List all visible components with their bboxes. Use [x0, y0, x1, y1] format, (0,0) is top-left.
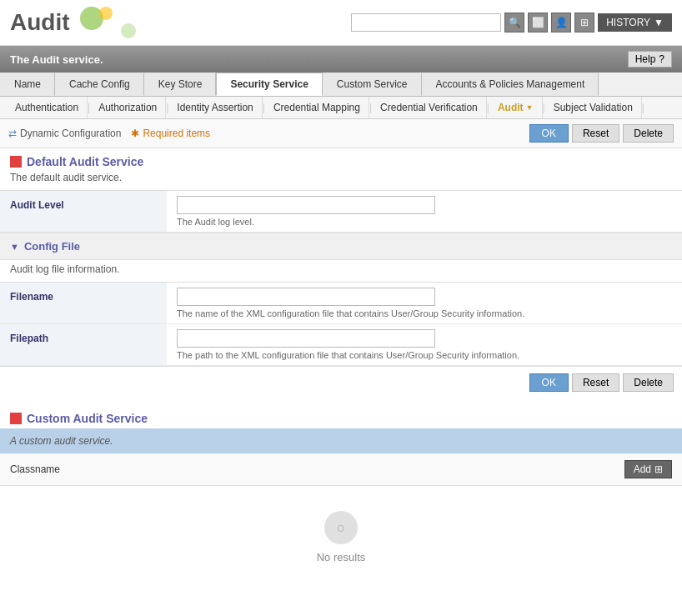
- toolbar-buttons: OK Reset Delete: [529, 124, 674, 143]
- help-button[interactable]: Help ?: [628, 51, 672, 68]
- service-bar: The Audit service. Help ?: [0, 46, 682, 73]
- dynamic-config-toggle[interactable]: ⇄ Dynamic Configuration: [8, 128, 121, 139]
- main-tabs: Name Cache Config Key Store Security Ser…: [0, 73, 682, 97]
- subtab-authentication[interactable]: Authentication: [7, 97, 88, 118]
- tab-custom-service[interactable]: Custom Service: [323, 73, 422, 96]
- history-button[interactable]: HISTORY ▼: [598, 13, 672, 32]
- subtab-subject-validation[interactable]: Subject Validation: [545, 97, 642, 118]
- subtab-audit[interactable]: Audit ▼: [489, 97, 543, 118]
- bottom-action-toolbar: OK Reset Delete: [0, 366, 682, 398]
- ok-button[interactable]: OK: [529, 124, 569, 143]
- filepath-desc: The path to the XML configuration file t…: [177, 350, 672, 360]
- section-icon: [10, 156, 22, 168]
- sub-tabs: Authentication | Authorization | Identit…: [0, 97, 682, 119]
- classname-row: Classname Add ⊞: [0, 453, 682, 486]
- tab-key-store[interactable]: Key Store: [144, 73, 217, 96]
- decorative-circle-2: [99, 7, 113, 20]
- tab-accounts-policies[interactable]: Accounts & Policies Management: [422, 73, 599, 96]
- add-icon: ⊞: [654, 463, 663, 475]
- page-header: Audit 🔍 ⬜ 👤 ⊞ HISTORY ▼: [0, 0, 682, 46]
- bottom-reset-button[interactable]: Reset: [572, 373, 619, 392]
- filename-row: Filename The name of the XML configurati…: [0, 283, 682, 324]
- collapse-icon: ▼: [10, 242, 19, 252]
- tab-name[interactable]: Name: [0, 73, 55, 96]
- action-toolbar: ⇄ Dynamic Configuration ✱ Required items…: [0, 119, 682, 148]
- custom-section-icon: [10, 413, 22, 424]
- search-button[interactable]: 🔍: [504, 13, 524, 33]
- default-audit-description: The default audit service.: [0, 172, 682, 190]
- filename-input[interactable]: [177, 288, 435, 306]
- subtab-identity-assertion[interactable]: Identity Assertion: [168, 97, 262, 118]
- arrows-icon: ⇄: [8, 128, 17, 139]
- bottom-ok-button[interactable]: OK: [529, 373, 569, 392]
- audit-level-desc: The Audit log level.: [177, 217, 672, 227]
- header-actions: 🔍 ⬜ 👤 ⊞ HISTORY ▼: [351, 13, 672, 33]
- config-file-table: Filename The name of the XML configurati…: [0, 282, 682, 366]
- audit-level-input[interactable]: [177, 196, 435, 214]
- config-file-title: Config File: [24, 240, 80, 253]
- no-results-area: ○ No results: [0, 486, 682, 588]
- filepath-label: Filepath: [0, 324, 167, 366]
- add-button[interactable]: Add ⊞: [624, 460, 672, 478]
- tab-cache-config[interactable]: Cache Config: [55, 73, 144, 96]
- service-bar-title: The Audit service.: [10, 53, 103, 66]
- no-results-icon: ○: [324, 511, 358, 544]
- no-results-text: No results: [25, 551, 657, 563]
- custom-audit-bar: A custom audit service.: [0, 428, 682, 453]
- delete-button[interactable]: Delete: [623, 124, 674, 143]
- classname-label: Classname: [10, 463, 60, 475]
- action-button-1[interactable]: ⬜: [528, 13, 548, 33]
- audit-level-label: Audit Level: [0, 191, 167, 233]
- decorative-circle-3: [121, 23, 136, 38]
- subtab-credential-mapping[interactable]: Credential Mapping: [265, 97, 369, 118]
- audit-level-row: Audit Level The Audit log level.: [0, 191, 682, 233]
- config-file-description: Audit log file information.: [0, 260, 682, 282]
- custom-audit-section: Custom Audit Service A custom audit serv…: [0, 405, 682, 588]
- audit-level-table: Audit Level The Audit log level.: [0, 190, 682, 233]
- reset-button[interactable]: Reset: [572, 124, 619, 143]
- filepath-row: Filepath The path to the XML configurati…: [0, 324, 682, 366]
- default-audit-section: Default Audit Service The default audit …: [0, 148, 682, 398]
- star-icon: ✱: [131, 128, 139, 139]
- tab-security-service[interactable]: Security Service: [216, 73, 322, 96]
- help-icon: ?: [659, 53, 664, 65]
- config-file-subsection-header[interactable]: ▼ Config File: [0, 233, 682, 260]
- custom-audit-title: Custom Audit Service: [27, 412, 148, 425]
- action-button-3[interactable]: ⊞: [574, 13, 594, 33]
- search-input[interactable]: [351, 13, 501, 32]
- chevron-down-icon: ▼: [526, 103, 534, 112]
- chevron-down-icon: ▼: [654, 17, 664, 28]
- filename-desc: The name of the XML configuration file t…: [177, 308, 672, 318]
- required-items-indicator: ✱ Required items: [131, 128, 210, 139]
- action-button-2[interactable]: 👤: [551, 13, 571, 33]
- subtab-authorization[interactable]: Authorization: [90, 97, 166, 118]
- bottom-delete-button[interactable]: Delete: [623, 373, 674, 392]
- subtab-credential-verification[interactable]: Credential Verification: [372, 97, 487, 118]
- page-title: Audit: [10, 9, 70, 36]
- default-audit-title: Default Audit Service: [27, 155, 143, 168]
- filepath-input[interactable]: [177, 329, 435, 348]
- filename-label: Filename: [0, 283, 167, 324]
